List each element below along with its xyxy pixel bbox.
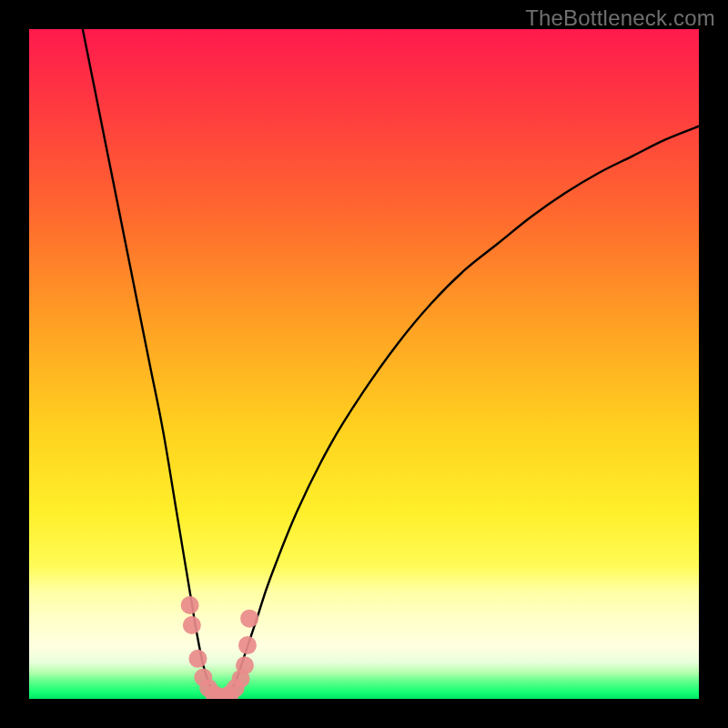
bottleneck-curve-line (83, 29, 699, 696)
plot-area (29, 29, 699, 699)
marker-dot (183, 616, 201, 634)
marker-dot (238, 636, 257, 654)
marker-dot (240, 610, 258, 628)
chart-svg (29, 29, 699, 699)
marker-dot (188, 650, 207, 668)
marker-dots-group (181, 596, 259, 699)
marker-dot (236, 656, 254, 674)
watermark-text: TheBottleneck.com (525, 5, 715, 31)
chart-frame: TheBottleneck.com (0, 0, 728, 728)
marker-dot (181, 596, 199, 614)
